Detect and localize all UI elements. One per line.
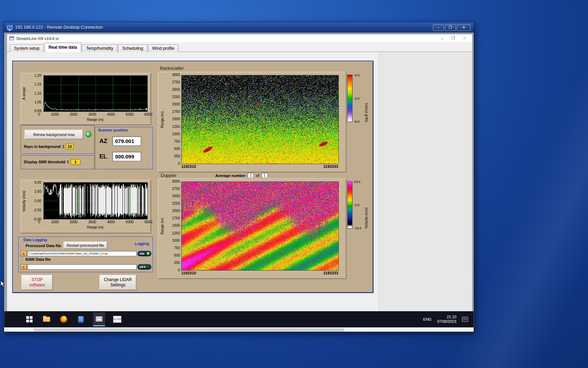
rays-in-background-label: Rays in background [24,144,61,149]
velocity-plot-card: Velocity (m/s) 5.002.500.00-2.50-5.00 01… [21,180,151,233]
scanner-position-group: Scanner position AZ 079.001 EL 000.099 [95,127,153,169]
tick-label: 1.20 [35,74,41,77]
doppler-heatmap [181,182,339,271]
snr-spinner[interactable] [66,159,70,165]
scan-scheduler-label: Scan Sched [113,319,121,320]
velocity-y-ticks: 5.002.500.00-2.50-5.00 [27,180,41,221]
tick-label: 1500 [172,224,180,227]
rays-in-background-input[interactable]: 10 [66,144,74,149]
tab-wind-profile[interactable]: Wind profile [148,45,178,52]
average-total-input[interactable]: 1 [261,173,268,178]
taskbar: Scan Sched ENG 21:10 07/08/2023 [4,311,474,327]
restart-processed-file-button[interactable]: Restart processed file [63,241,107,249]
doppler-colorbar-ticks: 10.0-0.0-10.0 [354,180,366,230]
raw-logging-led-icon [146,265,150,269]
processed-data-file-path[interactable]: C:\Lidar\Data\Proc\2023\202308\20230807\… [27,251,136,256]
tick-label: 1000 [172,132,180,136]
desktop: 192.168.0.122 - Remote Desktop Connectio… [0,0,588,368]
backscatter-y-axis-label: Range (m) [160,97,164,142]
raw-data-file-path[interactable] [27,264,136,270]
tick-label: 1.10 [35,91,41,95]
snr-threshold-label: Display SNR threshold [24,160,65,164]
snr-threshold-group: Display SNR threshold 1 [21,155,94,169]
change-button-line1: Change LiDAR [104,277,132,282]
backscatter-heatmap [181,75,339,164]
tab-system-setup[interactable]: System setup [10,45,44,52]
tick-label: 6000 [145,113,152,116]
horizontal-scrollbar[interactable] [4,327,474,332]
app-window-icon [96,316,103,322]
raw-path-browse-icon[interactable]: C [21,264,27,270]
ascope-x-ticks: 0100020003000400050006000 [38,113,152,116]
tick-label: 2000 [70,220,77,224]
firefox-button[interactable] [59,313,69,325]
ascope-y-axis-label: A-scope [22,76,26,111]
tick-label: 3000 [172,73,180,77]
app-restore-button[interactable]: ❐ [448,35,458,42]
raw-data-file-label: RAW Data file [26,257,51,261]
tick-label: 750 [174,246,180,250]
tick-label: 0 [38,220,40,224]
tick-label: 0 [38,113,40,116]
tick-label: -5.0 [354,73,366,77]
tick-label: 2250 [172,202,180,205]
document-icon [78,316,84,323]
change-lidar-settings-button[interactable]: Change LiDAR Settings [99,275,136,290]
start-icon [26,316,33,322]
tick-label: 1250 [172,231,180,235]
raw-logging-toggle[interactable]: OFF [137,264,152,270]
rdp-maximize-button[interactable]: ❐ [445,24,456,31]
processed-logging-on-label: ON [139,252,145,255]
processed-logging-toggle[interactable]: ON [137,251,152,257]
tick-label: 1750 [172,216,180,220]
notification-center-icon[interactable] [462,317,468,322]
tick-label: 5.00 [35,180,41,184]
rdp-minimize-button[interactable]: – [433,24,444,31]
backscatter-title: Backscatter [160,66,184,71]
scan-scheduler-button[interactable]: Scan Sched [112,313,122,325]
rdp-close-button[interactable]: ✕ [457,24,471,31]
doppler-colorbar-label: Velocity (m/s) [364,181,368,229]
rdp-titlebar[interactable]: 192.168.0.122 - Remote Desktop Connectio… [4,22,474,33]
doppler-x-end-label: 1193333 [323,271,338,275]
app-close-button[interactable]: ✕ [459,35,470,42]
azimuth-value[interactable]: 079.001 [112,136,141,146]
tick-label: 0 [178,268,180,272]
streamline-taskbar-button[interactable] [93,312,105,326]
app-titlebar[interactable]: StreamLine XR v14-6.vi – ❐ ✕ [7,34,472,43]
tab-real-time-data[interactable]: Real time data [44,43,81,52]
tick-label: 250 [174,154,180,158]
tick-label: 3000 [172,179,180,183]
doppler-y-ticks: 3000275025002250200017501500125010007505… [167,179,180,272]
tick-label: 0.00 [35,199,41,203]
tab-temp-humidity[interactable]: Temp/humidity [82,45,117,52]
app-minimize-button[interactable]: – [437,35,447,42]
mouse-cursor-icon [0,280,6,287]
language-indicator[interactable]: ENG [423,317,432,321]
tick-label: 1250 [172,125,180,129]
rdp-computer-icon [7,25,13,30]
elevation-value[interactable]: 000.099 [112,152,141,161]
backscatter-colorbar-ticks: -5.0-6.5-8.0 [354,73,366,123]
snr-threshold-input[interactable]: 1 [71,159,80,165]
processed-path-browse-icon[interactable]: C [21,251,27,256]
tick-label: 500 [174,147,180,151]
tick-label: 4000 [107,113,115,116]
clock[interactable]: 21:10 07/08/2023 [437,315,456,324]
text-editor-button[interactable] [76,313,86,325]
backscatter-colorbar-label: log B (/m/sr) [364,75,368,122]
ascope-y-ticks: 1.201.151.101.050.99 [29,74,41,113]
start-button[interactable] [24,313,34,325]
ascope-plot [43,75,148,112]
stop-software-button[interactable]: STOP software [21,275,53,290]
file-explorer-button[interactable] [42,313,51,325]
horizontal-scrollbar-thumb[interactable] [34,328,344,331]
app-vi-icon [9,36,14,40]
elevation-label: EL [99,153,109,160]
rays-spinner[interactable] [62,144,65,149]
renew-background-button[interactable]: Renew background now [24,130,83,139]
tick-label: 1000 [172,239,180,243]
average-number-input[interactable]: 1 [247,173,254,178]
tab-scheduling[interactable]: Scheduling [118,45,147,52]
tick-label: 250 [174,261,180,265]
